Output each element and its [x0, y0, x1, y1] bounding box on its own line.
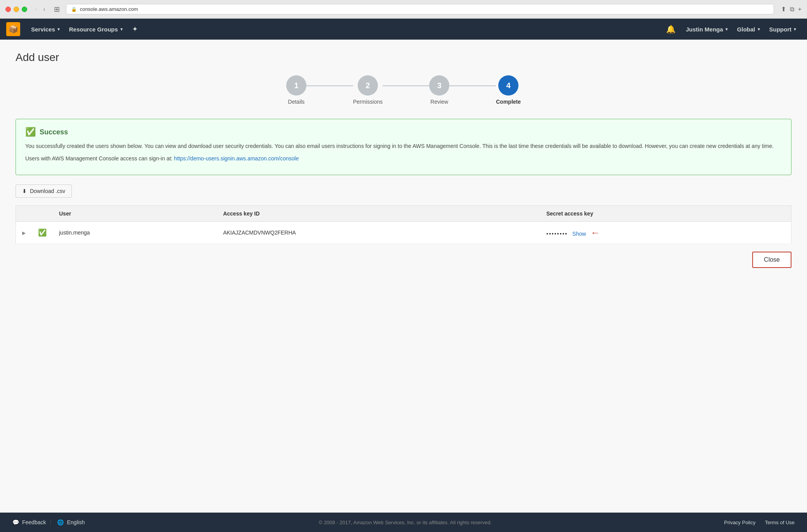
step-connector-1-2	[306, 85, 353, 86]
row-expander-icon[interactable]: ▶	[22, 230, 26, 236]
address-bar[interactable]: 🔒 console.aws.amazon.com	[66, 4, 774, 14]
step-connector-3-4	[449, 85, 496, 86]
url-text: console.aws.amazon.com	[80, 6, 138, 12]
browser-chrome: ‹ › ⊞ 🔒 console.aws.amazon.com ⬆ ⧉ +	[0, 0, 807, 19]
footer-language[interactable]: 🌐 English	[51, 519, 91, 525]
close-traffic-light[interactable]	[5, 7, 11, 12]
forward-button[interactable]: ›	[41, 5, 47, 14]
nav-region-menu[interactable]: Global ▾	[732, 19, 765, 40]
close-button[interactable]: Close	[752, 252, 791, 268]
step-connector-2-3	[383, 85, 429, 86]
feedback-chat-icon: 💬	[12, 519, 19, 525]
step-2: 2 Permissions	[353, 75, 383, 105]
footer-terms-link[interactable]: Terms of Use	[760, 520, 799, 525]
aws-logo[interactable]: 📦	[6, 22, 20, 36]
notifications-bell-icon[interactable]: 🔔	[661, 24, 681, 34]
language-globe-icon: 🌐	[57, 519, 64, 525]
footer-privacy-link[interactable]: Privacy Policy	[720, 520, 760, 525]
row-access-key-value: AKIAJZACMDVNWQ2FERHA	[223, 229, 296, 236]
minimize-traffic-light[interactable]	[14, 7, 19, 12]
maximize-traffic-light[interactable]	[22, 7, 27, 12]
step-1-circle: 1	[286, 75, 306, 96]
nav-pin[interactable]: ✦	[127, 25, 143, 33]
success-header: ✅ Success	[25, 127, 782, 137]
table-row: ▶ ✅ justin.menga AKIAJZACMDVNWQ2FERHA ••…	[16, 221, 791, 243]
download-btn-label: Download .csv	[30, 188, 65, 194]
browser-actions: ⬆ ⧉ +	[781, 5, 802, 13]
sidebar-toggle-button[interactable]: ⊞	[52, 4, 62, 14]
footer: 💬 Feedback 🌐 English © 2008 - 2017, Amaz…	[0, 513, 807, 532]
footer-language-label: English	[67, 519, 85, 525]
traffic-lights	[5, 7, 27, 12]
success-box: ✅ Success You successfully created the u…	[16, 119, 791, 175]
nav-support-menu[interactable]: Support ▾	[765, 19, 801, 40]
col-expander-header	[16, 205, 32, 221]
nav-region-label: Global	[737, 26, 755, 33]
access-key-header-label: Access key ID	[223, 210, 259, 217]
step-2-label: Permissions	[353, 99, 383, 105]
resource-groups-chevron-icon: ▾	[120, 27, 123, 32]
main-content: Add user 1 Details 2 Permissions 3 Revie…	[0, 40, 807, 513]
add-tab-button[interactable]: +	[798, 5, 802, 13]
row-secret-masked: ••••••••	[546, 231, 568, 237]
success-title: Success	[40, 128, 68, 136]
row-expander-cell: ▶	[16, 221, 32, 243]
step-1-label: Details	[288, 99, 305, 105]
success-body-text: You successfully created the users shown…	[25, 142, 782, 150]
row-username: justin.menga	[59, 229, 90, 236]
nav-right: 🔔 Justin Menga ▾ Global ▾ Support ▾	[661, 19, 801, 40]
page-title: Add user	[16, 51, 791, 64]
footer-copyright-text: © 2008 - 2017, Amazon Web Services, Inc.…	[319, 520, 492, 525]
download-icon: ⬇	[22, 188, 27, 194]
secret-key-header-label: Secret access key	[546, 210, 593, 217]
row-status-check-icon: ✅	[38, 229, 47, 236]
step-4-label: Complete	[496, 99, 521, 105]
nav-support-label: Support	[769, 26, 792, 33]
footer-feedback-label: Feedback	[22, 519, 46, 525]
success-signin-link[interactable]: https://demo-users.signin.aws.amazon.com…	[174, 155, 299, 162]
step-4: 4 Complete	[496, 75, 521, 105]
nav-resource-groups[interactable]: Resource Groups ▾	[64, 19, 127, 40]
nav-user-menu[interactable]: Justin Menga ▾	[681, 19, 732, 40]
col-status-header	[32, 205, 53, 221]
close-area: Close	[16, 244, 791, 272]
step-1: 1 Details	[286, 75, 306, 105]
services-chevron-icon: ▾	[57, 27, 60, 32]
arrow-annotation-icon: ←	[591, 227, 600, 238]
step-3: 3 Review	[429, 75, 449, 105]
step-2-circle: 2	[358, 75, 378, 96]
browser-nav-arrows: ‹ ›	[33, 5, 48, 14]
aws-nav: 📦 Services ▾ Resource Groups ▾ ✦ 🔔 Justi…	[0, 19, 807, 40]
nav-user-label: Justin Menga	[686, 26, 723, 33]
table-header-row: User Access key ID Secret access key	[16, 205, 791, 221]
col-access-key-header: Access key ID	[217, 205, 540, 221]
user-header-label: User	[59, 210, 71, 217]
new-tab-button[interactable]: ⧉	[790, 5, 794, 13]
support-chevron-icon: ▾	[794, 27, 796, 32]
step-3-circle: 3	[429, 75, 449, 96]
row-secret-key-cell: •••••••• Show ←	[540, 221, 791, 243]
nav-resource-groups-label: Resource Groups	[69, 26, 118, 33]
footer-copyright: © 2008 - 2017, Amazon Web Services, Inc.…	[91, 520, 719, 525]
success-signin-line: Users with AWS Management Console access…	[25, 154, 782, 163]
row-access-key-cell: AKIAJZACMDVNWQ2FERHA	[217, 221, 540, 243]
back-button[interactable]: ‹	[33, 5, 39, 14]
show-secret-link[interactable]: Show	[572, 231, 586, 237]
success-check-icon: ✅	[25, 127, 36, 137]
user-chevron-icon: ▾	[725, 27, 728, 32]
wizard-stepper: 1 Details 2 Permissions 3 Review 4 Compl…	[16, 75, 791, 105]
aws-logo-icon: 📦	[9, 24, 18, 34]
success-signin-prefix: Users with AWS Management Console access…	[25, 155, 174, 162]
credentials-table: User Access key ID Secret access key ▶ ✅	[16, 205, 791, 244]
nav-services[interactable]: Services ▾	[26, 19, 64, 40]
row-status-cell: ✅	[32, 221, 53, 243]
lock-icon: 🔒	[71, 7, 77, 12]
step-4-circle: 4	[498, 75, 518, 96]
col-user-header: User	[53, 205, 217, 221]
col-secret-key-header: Secret access key	[540, 205, 791, 221]
row-user-cell: justin.menga	[53, 221, 217, 243]
footer-feedback[interactable]: 💬 Feedback	[8, 519, 51, 525]
step-3-label: Review	[430, 99, 448, 105]
download-csv-button[interactable]: ⬇ Download .csv	[16, 184, 72, 198]
share-button[interactable]: ⬆	[781, 5, 786, 13]
